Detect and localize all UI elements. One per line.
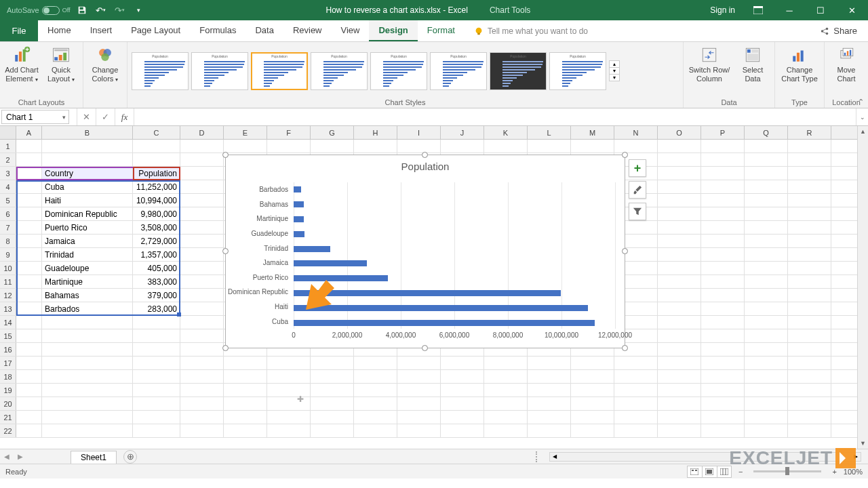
cell[interactable] <box>224 140 267 152</box>
cell[interactable] <box>658 221 701 234</box>
cell[interactable] <box>788 397 831 410</box>
chart-style-thumb[interactable]: Population <box>311 52 368 90</box>
cell[interactable] <box>397 424 441 437</box>
chart-handle[interactable] <box>622 248 628 254</box>
cell[interactable] <box>311 397 354 410</box>
gallery-spin-button[interactable]: ▾ <box>610 68 619 75</box>
cell[interactable] <box>311 140 354 152</box>
cell[interactable] <box>16 207 42 220</box>
cell[interactable] <box>658 180 701 193</box>
sheet-tab[interactable]: Sheet1 <box>71 451 117 464</box>
cell[interactable] <box>16 167 42 180</box>
chart-style-thumb[interactable]: Population <box>549 52 606 90</box>
collapse-ribbon-icon[interactable]: ⌃ <box>858 98 864 106</box>
cell[interactable] <box>42 316 133 329</box>
cell[interactable] <box>16 343 42 356</box>
cell[interactable] <box>701 221 745 234</box>
cell[interactable] <box>441 411 484 424</box>
cell[interactable] <box>354 397 397 410</box>
cell[interactable] <box>701 329 745 342</box>
cell[interactable] <box>484 384 528 396</box>
cell[interactable] <box>658 289 701 302</box>
chart-x-axis[interactable]: 02,000,0004,000,0006,000,0008,000,00010,… <box>294 331 614 342</box>
cell[interactable] <box>701 194 745 207</box>
chart-style-thumb[interactable]: Population <box>251 52 308 90</box>
chart-style-thumb[interactable]: Population <box>132 52 189 90</box>
cell[interactable] <box>571 357 614 369</box>
chart-bar[interactable] <box>294 290 561 296</box>
chart-styles-button[interactable] <box>629 181 646 199</box>
vertical-scrollbar[interactable]: ▲ ▼ <box>857 126 868 449</box>
cell[interactable] <box>42 384 133 396</box>
cell[interactable] <box>745 357 788 369</box>
cell[interactable]: Haiti <box>42 194 133 207</box>
cell[interactable] <box>180 207 224 220</box>
row-header[interactable]: 19 <box>0 384 16 396</box>
cell[interactable] <box>571 384 614 396</box>
cell[interactable] <box>16 153 42 166</box>
cell[interactable] <box>180 167 224 180</box>
cell[interactable] <box>528 370 571 383</box>
cell[interactable] <box>180 180 224 193</box>
cell[interactable] <box>571 397 614 410</box>
cell[interactable] <box>267 370 311 383</box>
cell[interactable] <box>42 397 133 410</box>
sheet-nav-arrows[interactable]: ◀▶ <box>0 453 27 460</box>
cell[interactable] <box>180 316 224 329</box>
cell[interactable] <box>397 370 441 383</box>
cell[interactable] <box>133 384 180 396</box>
cell[interactable]: 2,729,000 <box>133 235 180 247</box>
cell[interactable] <box>16 275 42 288</box>
cell[interactable]: Country <box>42 167 133 180</box>
row-header[interactable]: 5 <box>0 194 16 207</box>
cell[interactable] <box>354 411 397 424</box>
cell[interactable]: 3,508,000 <box>133 221 180 234</box>
chart-bar[interactable] <box>294 231 304 237</box>
chart-handle[interactable] <box>222 152 229 158</box>
cell[interactable] <box>16 235 42 247</box>
cell[interactable] <box>658 194 701 207</box>
cell[interactable]: Barbados <box>42 302 133 315</box>
row-header[interactable]: 12 <box>0 289 16 302</box>
cell[interactable] <box>745 262 788 274</box>
gallery-spin-button[interactable]: ▾ <box>610 75 619 81</box>
column-header[interactable]: G <box>311 126 354 139</box>
cell[interactable]: 379,000 <box>133 289 180 302</box>
scroll-up-icon[interactable]: ▲ <box>858 126 868 137</box>
cell[interactable] <box>658 316 701 329</box>
cell[interactable]: 405,000 <box>133 262 180 274</box>
cell[interactable] <box>267 357 311 369</box>
cell[interactable] <box>788 140 831 152</box>
tab-view[interactable]: View <box>332 20 370 41</box>
cell[interactable] <box>224 397 267 410</box>
row-header[interactable]: 15 <box>0 329 16 342</box>
cell[interactable] <box>701 140 745 152</box>
cell[interactable] <box>614 411 658 424</box>
cell[interactable] <box>788 424 831 437</box>
chart-y-axis[interactable]: BarbadosBahamasMartiniqueGuadeloupeTrini… <box>226 182 291 329</box>
cell[interactable]: Guadeloupe <box>42 262 133 274</box>
cell[interactable] <box>658 262 701 274</box>
cell[interactable] <box>745 329 788 342</box>
cell[interactable] <box>701 235 745 247</box>
cell[interactable]: 10,994,000 <box>133 194 180 207</box>
cell[interactable] <box>180 329 224 342</box>
column-header[interactable]: O <box>658 126 701 139</box>
cell[interactable] <box>180 194 224 207</box>
cell[interactable] <box>354 357 397 369</box>
chart-plot-area[interactable] <box>294 182 614 329</box>
cell[interactable] <box>788 370 831 383</box>
cell[interactable] <box>16 194 42 207</box>
cell[interactable] <box>658 370 701 383</box>
cell[interactable] <box>133 370 180 383</box>
cell[interactable] <box>180 384 224 396</box>
tab-review[interactable]: Review <box>283 20 332 41</box>
tab-data[interactable]: Data <box>245 20 283 41</box>
cell[interactable] <box>267 140 311 152</box>
cell[interactable] <box>397 384 441 396</box>
cell[interactable] <box>354 424 397 437</box>
cell[interactable] <box>528 424 571 437</box>
row-header[interactable]: 11 <box>0 275 16 288</box>
cell[interactable] <box>788 180 831 193</box>
column-header[interactable]: H <box>354 126 397 139</box>
